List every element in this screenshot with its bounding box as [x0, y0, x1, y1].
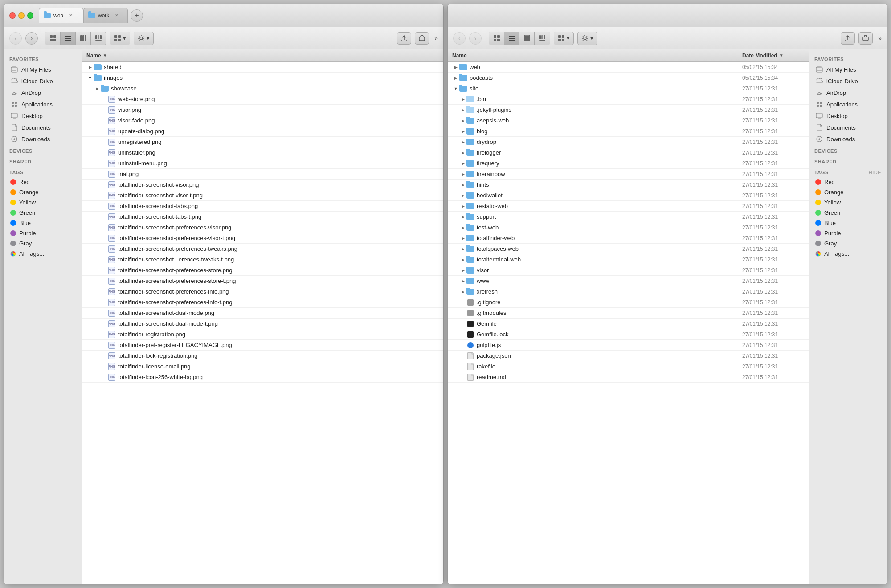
sidebar-item-tag-red-right[interactable]: Red — [811, 177, 885, 187]
file-row-tf-pref-info[interactable]: ▶ PNG totalfinder-screenshot-preferences… — [82, 286, 443, 297]
file-row-tf-license[interactable]: ▶ PNG totalfinder-license-email.png — [82, 361, 443, 372]
file-row-hodlwallet-r[interactable]: ▶ hodlwallet 27/01/15 12:31 — [448, 190, 809, 201]
share-btn-right[interactable] — [841, 32, 855, 45]
sidebar-item-tag-yellow-right[interactable]: Yellow — [811, 197, 885, 208]
file-row-ts-web-r[interactable]: ▶ totalspaces-web 27/01/15 12:31 — [448, 244, 809, 254]
disclosure-images[interactable]: ▼ — [86, 74, 94, 82]
sidebar-item-documents-left[interactable]: Documents — [6, 122, 80, 133]
file-row-showcase[interactable]: ▶ showcase — [82, 83, 443, 94]
sidebar-item-downloads-right[interactable]: Downloads — [811, 133, 885, 145]
file-row-unregistered[interactable]: ▶ PNG unregistered.png — [82, 137, 443, 147]
file-row-tf-pref-tweaks[interactable]: ▶ PNG totalfinder-screenshot-preferences… — [82, 244, 443, 254]
close-button-left[interactable] — [9, 12, 16, 19]
group-main-left[interactable]: ▾ — [110, 32, 130, 45]
file-row-jekyll-r[interactable]: ▶ .jekyll-plugins 27/01/15 12:31 — [448, 105, 809, 115]
file-row-visor[interactable]: ▶ PNG visor.png — [82, 105, 443, 115]
file-row-uninstall-menu[interactable]: ▶ PNG uninstall-menu.png — [82, 158, 443, 169]
tab-close-web[interactable]: ✕ — [68, 12, 74, 19]
file-row-tf-tabs[interactable]: ▶ PNG totalfinder-screenshot-tabs.png — [82, 201, 443, 212]
file-row-uninstaller[interactable]: ▶ PNG uninstaller.png — [82, 147, 443, 158]
sidebar-item-tag-green-right[interactable]: Green — [811, 208, 885, 218]
sidebar-item-tag-orange-left[interactable]: Orange — [6, 187, 80, 197]
right-date-header[interactable]: Date Modified ▼ — [738, 53, 809, 59]
back-button-right[interactable]: ‹ — [453, 32, 466, 45]
double-arrow-left[interactable]: » — [434, 35, 438, 42]
forward-button-left[interactable]: › — [25, 32, 38, 45]
file-row-gulpfile-r[interactable]: ▶ gulpfile.js 27/01/15 12:31 — [448, 340, 809, 351]
sidebar-item-desktop-right[interactable]: Desktop — [811, 110, 885, 122]
file-row-tf-reg[interactable]: ▶ PNG totalfinder-registration.png — [82, 329, 443, 340]
file-row-web-store[interactable]: ▶ PNG web-store.png — [82, 94, 443, 105]
file-row-tf-dual[interactable]: ▶ PNG totalfinder-screenshot-dual-mode.p… — [82, 308, 443, 318]
file-row-tf-icon[interactable]: ▶ PNG totalfinder-icon-256-white-bg.png — [82, 372, 443, 383]
file-row-shared[interactable]: ▶ shared — [82, 62, 443, 73]
file-row-tf-pref-info-t[interactable]: ▶ PNG totalfinder-screenshot-preferences… — [82, 297, 443, 308]
file-row-tf-lock-reg[interactable]: ▶ PNG totalfinder-lock-registration.png — [82, 351, 443, 361]
file-row-web-r[interactable]: ▶ web 05/02/15 15:34 — [448, 62, 809, 73]
file-row-xrefresh-r[interactable]: ▶ xrefresh 27/01/15 12:31 — [448, 286, 809, 297]
file-row-gemfile-lock-r[interactable]: ▶ Gemfile.lock 27/01/15 12:31 — [448, 329, 809, 340]
file-row-tf-dual-t[interactable]: ▶ PNG totalfinder-screenshot-dual-mode-t… — [82, 318, 443, 329]
tab-work[interactable]: work ✕ — [83, 8, 128, 23]
file-row-blog-r[interactable]: ▶ blog 27/01/15 12:31 — [448, 126, 809, 137]
sidebar-item-all-my-files-right[interactable]: All My Files — [811, 64, 885, 75]
sidebar-item-airdrop-left[interactable]: AirDrop — [6, 87, 80, 98]
file-row-tf-tabs-t[interactable]: ▶ PNG totalfinder-screenshot-tabs-t.png — [82, 212, 443, 222]
view-column-btn-left[interactable] — [76, 32, 91, 45]
group-btn-left[interactable]: ▾ — [110, 32, 130, 45]
sidebar-item-tag-gray-right[interactable]: Gray — [811, 238, 885, 249]
share-btn-left[interactable] — [397, 32, 411, 45]
file-row-package-r[interactable]: ▶ package.json 27/01/15 12:31 — [448, 351, 809, 361]
right-file-list[interactable]: ▶ web 05/02/15 15:34 ▶ podcasts — [448, 62, 809, 584]
file-row-podcasts-r[interactable]: ▶ podcasts 05/02/15 15:34 — [448, 73, 809, 83]
double-arrow-right[interactable]: » — [878, 35, 882, 42]
right-name-header[interactable]: Name — [448, 53, 738, 59]
file-row-drydrop-r[interactable]: ▶ drydrop 27/01/15 12:31 — [448, 137, 809, 147]
view-column-btn-right[interactable] — [519, 32, 535, 45]
minimize-button-left[interactable] — [18, 12, 25, 19]
file-row-update-dialog[interactable]: ▶ PNG update-dialog.png — [82, 126, 443, 137]
file-row-readme-r[interactable]: ▶ readme.md 27/01/15 12:31 — [448, 372, 809, 383]
file-row-firerainbow-r[interactable]: ▶ firerainbow 27/01/15 12:31 — [448, 169, 809, 180]
file-row-tf-pref-visor-t[interactable]: ▶ PNG totalfinder-screenshot-preferences… — [82, 233, 443, 244]
file-row-www-r[interactable]: ▶ www 27/01/15 12:31 — [448, 276, 809, 286]
sidebar-item-tag-gray-left[interactable]: Gray — [6, 238, 80, 249]
sidebar-item-tag-yellow-left[interactable]: Yellow — [6, 197, 80, 208]
view-list-btn-right[interactable] — [504, 32, 519, 45]
sidebar-item-tag-purple-left[interactable]: Purple — [6, 228, 80, 238]
file-row-test-web-r[interactable]: ▶ test-web 27/01/15 12:31 — [448, 222, 809, 233]
action-main-left[interactable]: ▾ — [134, 32, 153, 45]
left-file-list[interactable]: ▶ shared ▼ images — [82, 62, 443, 584]
file-row-firequery-r[interactable]: ▶ firequery 27/01/15 12:31 — [448, 158, 809, 169]
file-row-tf-web-r[interactable]: ▶ totalfinder-web 27/01/15 12:31 — [448, 233, 809, 244]
view-coverflow-btn-right[interactable] — [535, 32, 550, 45]
sidebar-item-icloud-left[interactable]: iCloud Drive — [6, 75, 80, 87]
file-row-trial[interactable]: ▶ PNG trial.png — [82, 169, 443, 180]
sidebar-item-tag-purple-right[interactable]: Purple — [811, 228, 885, 238]
file-row-restatic-r[interactable]: ▶ restatic-web 27/01/15 12:31 — [448, 201, 809, 212]
sidebar-item-tag-blue-right[interactable]: Blue — [811, 218, 885, 228]
sidebar-item-icloud-right[interactable]: iCloud Drive — [811, 75, 885, 87]
view-icon-btn-right[interactable] — [489, 32, 504, 45]
group-btn-right[interactable]: ▾ — [554, 32, 574, 45]
file-row-site-r[interactable]: ▼ site 27/01/15 12:31 — [448, 83, 809, 94]
file-row-tf-pref-reg[interactable]: ▶ PNG totalfinder-pref-register-LEGACYIM… — [82, 340, 443, 351]
file-row-tf-pref-tweaks-t[interactable]: ▶ PNG totalfinder-screenshot...erences-t… — [82, 254, 443, 265]
forward-button-right[interactable]: › — [469, 32, 482, 45]
action-btn-left[interactable]: ▾ — [134, 32, 154, 45]
disclosure-showcase[interactable]: ▶ — [94, 85, 101, 92]
sidebar-item-tag-orange-right[interactable]: Orange — [811, 187, 885, 197]
file-row-tf-pref-store-t[interactable]: ▶ PNG totalfinder-screenshot-preferences… — [82, 276, 443, 286]
file-row-gitignore-r[interactable]: ▶ .gitignore 27/01/15 12:31 — [448, 297, 809, 308]
path-btn-right[interactable] — [858, 32, 873, 45]
file-row-bin-r[interactable]: ▶ .bin 27/01/15 12:31 — [448, 94, 809, 105]
sidebar-item-tag-blue-left[interactable]: Blue — [6, 218, 80, 228]
file-row-visor-r[interactable]: ▶ visor 27/01/15 12:31 — [448, 265, 809, 276]
tab-web[interactable]: web ✕ — [39, 8, 83, 23]
tags-hide-btn-right[interactable]: Hide — [869, 170, 881, 175]
file-row-tf-visor[interactable]: ▶ PNG totalfinder-screenshot-visor.png — [82, 180, 443, 190]
action-btn-right[interactable]: ▾ — [577, 32, 597, 45]
group-main-right[interactable]: ▾ — [554, 32, 573, 45]
file-row-support-r[interactable]: ▶ support 27/01/15 12:31 — [448, 212, 809, 222]
file-row-images[interactable]: ▼ images — [82, 73, 443, 83]
